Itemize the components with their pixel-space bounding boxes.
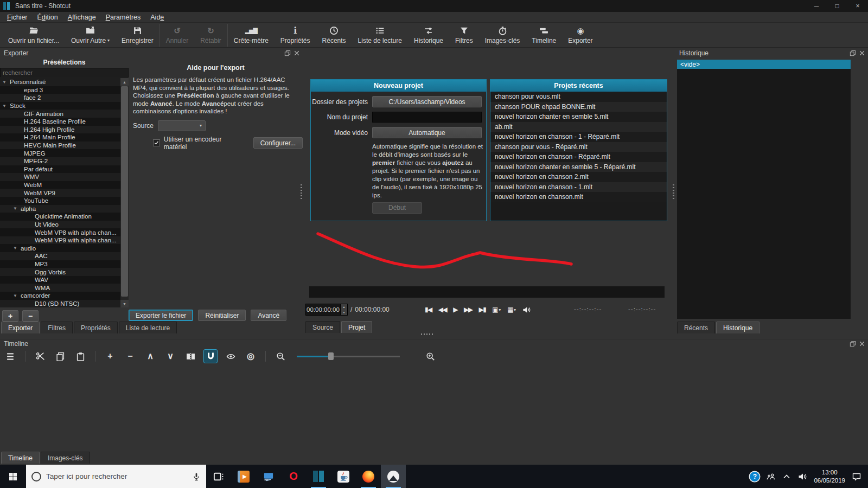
timeline-append-button[interactable]: + [103, 349, 117, 363]
tab-projet[interactable]: Projet [341, 321, 372, 333]
toolbar-open-file-button[interactable]: Ouvrir un fichier... [2, 24, 65, 47]
toolbar-open-other-button[interactable]: Ouvrir Autre▾ [65, 24, 116, 47]
preset-row[interactable]: Par défaut [0, 165, 120, 174]
start-button[interactable]: Début [372, 202, 422, 214]
recent-project-row[interactable]: ab.mlt [490, 122, 667, 132]
volume-button[interactable] [521, 304, 532, 316]
people-icon[interactable] [767, 472, 775, 481]
preset-row[interactable]: ▼alpha [0, 205, 120, 213]
float-panel-icon[interactable] [284, 50, 291, 56]
tab-filtres[interactable]: Filtres [41, 322, 73, 333]
taskbar-photos-icon[interactable] [381, 465, 406, 488]
splitter-handle[interactable] [421, 333, 434, 335]
skip-start-button[interactable]: ▮◀ [423, 304, 433, 316]
timecode-spinner[interactable]: 00:00:00:00 ▴ ▾ [305, 304, 348, 316]
volume-icon[interactable] [798, 472, 807, 481]
menu-edition[interactable]: Édition [33, 14, 63, 21]
preset-row[interactable]: MPEG-2 [0, 157, 120, 165]
skip-end-button[interactable]: ▶▮ [477, 304, 488, 316]
play-button[interactable]: ▶ [451, 304, 459, 316]
presets-search-input[interactable] [0, 68, 129, 78]
preset-row[interactable]: YouTube [0, 197, 120, 205]
taskbar-task-view-icon[interactable] [206, 465, 231, 488]
timeline-zoom-in-button[interactable] [423, 349, 437, 363]
chevron-up-icon[interactable] [782, 472, 791, 481]
timeline-ripple-delete-button[interactable]: − [123, 349, 137, 363]
tab-exporter[interactable]: Exporter [1, 322, 40, 333]
preset-row[interactable]: epad 3 [0, 86, 120, 94]
fast-forward-button[interactable]: ▶▶ [462, 304, 474, 316]
configure-button[interactable]: Configurer... [253, 137, 303, 149]
preset-row[interactable]: WMV [0, 173, 120, 181]
recent-project-row[interactable]: chanson pour vous.mlt [490, 92, 667, 102]
preset-row[interactable]: HEVC Main Profile [0, 142, 120, 150]
preset-row[interactable]: WMA [0, 284, 120, 292]
toolbar-playlist-button[interactable]: Liste de lecture [352, 24, 408, 47]
timeline-paste-button[interactable] [73, 349, 87, 363]
splitter-handle[interactable] [673, 184, 674, 200]
preset-row[interactable]: face 2 [0, 94, 120, 102]
float-panel-icon[interactable] [850, 50, 856, 56]
menu-affichage[interactable]: Affichage [63, 14, 101, 21]
recent-project-row[interactable]: nouvel horizon en chanson - Réparé.mlt [490, 152, 667, 162]
preset-row[interactable]: H.264 Main Profile [0, 133, 120, 142]
stop-fit-button[interactable]: ▣▾ [490, 304, 502, 316]
tab-liste-de-lecture[interactable]: Liste de lecture [119, 322, 177, 333]
preset-row[interactable]: AAC [0, 252, 120, 260]
spin-up-icon[interactable]: ▴ [341, 304, 347, 310]
taskbar-firefox-icon[interactable] [356, 465, 381, 488]
timeline-snap-button[interactable] [203, 349, 218, 363]
preset-row[interactable]: WebM VP9 with alpha chan... [0, 236, 120, 245]
recent-project-row[interactable]: nouvel horizon chanter en semble 5.mlt [490, 112, 667, 122]
video-mode-button[interactable]: Automatique [372, 127, 482, 138]
taskbar-opera-icon[interactable]: O [281, 465, 306, 488]
rewind-button[interactable]: ◀◀ [437, 304, 448, 316]
toolbar-recent-button[interactable]: Récents [316, 24, 352, 47]
preset-row[interactable]: ▼audio [0, 244, 120, 252]
preset-row[interactable]: ▼Stock [0, 102, 120, 110]
preset-row[interactable]: MJPEG [0, 149, 120, 157]
toolbar-history-button[interactable]: Historique [408, 24, 449, 47]
preset-row[interactable]: ▼Personnalisé [0, 78, 120, 86]
timeline-copy-button[interactable] [53, 349, 67, 363]
mic-icon[interactable] [192, 472, 201, 481]
remove-preset-button[interactable]: − [22, 310, 39, 322]
recent-project-row[interactable]: nouvel horizon en chanson - 1 - Réparé.m… [490, 132, 667, 142]
timeline-zoom-out-button[interactable] [273, 349, 288, 363]
spin-down-icon[interactable]: ▾ [341, 310, 347, 315]
scroll-down-icon[interactable]: ▼ [120, 300, 129, 307]
timeline-lift-button[interactable]: ∧ [143, 349, 157, 363]
close-panel-icon[interactable] [859, 341, 865, 347]
timeline-menu-button[interactable] [3, 349, 17, 363]
history-item[interactable]: <vide> [677, 60, 851, 69]
recent-project-row[interactable]: chanson POUR ehpad BONNE.mlt [490, 102, 667, 112]
recent-project-row[interactable]: nouvel horizon en chanson - 1.mlt [490, 182, 667, 192]
toolbar-save-button[interactable]: Enregistrer [116, 24, 159, 47]
tab-images-cles[interactable]: Images-clés [41, 452, 90, 464]
tab-source[interactable]: Source [305, 321, 340, 333]
preset-row[interactable]: ▼camcorder [0, 292, 120, 300]
float-panel-icon[interactable] [850, 341, 856, 347]
recent-project-row[interactable]: nouvel horizon en chanson.mlt [490, 192, 667, 202]
start-button[interactable] [0, 465, 26, 488]
recent-project-row[interactable]: chanson pour vous - Réparé.mlt [490, 142, 667, 152]
tab-timeline[interactable]: Timeline [1, 452, 40, 464]
projects-folder-button[interactable]: C:/Users/laschamp/Videos [372, 96, 482, 107]
action-center-icon[interactable] [852, 472, 861, 481]
timeline-cut-button[interactable] [33, 349, 47, 363]
toolbar-keyframes-button[interactable]: Images-clés [479, 24, 526, 47]
timeline-split-button[interactable] [183, 349, 197, 363]
close-panel-icon[interactable] [859, 50, 865, 56]
preset-row[interactable]: Quicktime Animation [0, 213, 120, 221]
taskbar-clock[interactable]: 13:00 06/05/2019 [814, 468, 845, 484]
menu-fichier[interactable]: Fichier [2, 14, 33, 21]
recent-project-row[interactable]: nouvel horizon chanter en semble 5 - Rép… [490, 162, 667, 172]
minimize-icon[interactable]: ─ [806, 0, 827, 12]
taskbar-wmp-icon[interactable]: ▶ [231, 465, 256, 488]
tab-historique[interactable]: Historique [716, 322, 760, 333]
timeline-scrub-button[interactable] [224, 349, 238, 363]
maximize-icon[interactable]: □ [827, 0, 847, 12]
hw-encoder-checkbox[interactable] [153, 139, 160, 146]
preset-row[interactable]: GIF Animation [0, 110, 120, 118]
scroll-up-icon[interactable]: ▲ [120, 78, 129, 86]
